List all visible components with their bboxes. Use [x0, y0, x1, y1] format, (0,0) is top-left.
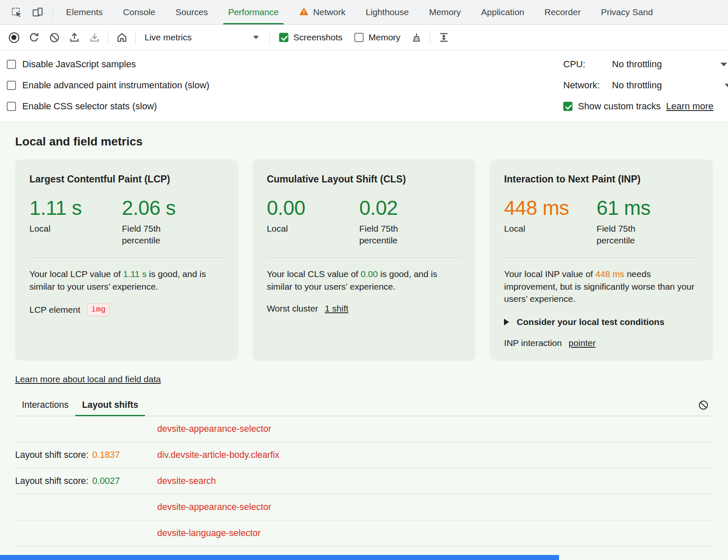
download-profile-icon[interactable]	[85, 28, 104, 47]
field-value-block: 0.02 Field 75th percentile	[359, 198, 422, 246]
css-selector-stats-checkbox[interactable]: Enable CSS selector stats (slow)	[7, 96, 209, 117]
local-test-conditions-disclosure[interactable]: Consider your local test conditions	[504, 317, 699, 327]
tab-label: Lighthouse	[366, 7, 409, 17]
throttling-column: CPU: No throttling Network: No throttlin…	[563, 54, 728, 117]
chevron-down-icon	[253, 36, 259, 39]
shifted-element-link[interactable]: div.devsite-article-body.clearfix	[157, 450, 280, 460]
shifted-element-link[interactable]: devsite-language-selector	[157, 528, 261, 539]
tab-lighthouse[interactable]: Lighthouse	[356, 0, 419, 24]
bottom-selection-bar	[0, 555, 559, 560]
tab-label: Elements	[66, 7, 103, 17]
expand-collapse-icon[interactable]	[434, 28, 454, 47]
local-value-block: 448 ms Local	[504, 198, 596, 246]
shifted-element-link[interactable]: devsite-appearance-selector	[157, 424, 271, 434]
inspect-element-icon[interactable]	[7, 3, 26, 22]
chevron-down-icon	[725, 84, 728, 87]
tab-privacy-sandbox[interactable]: Privacy Sand	[591, 0, 663, 24]
tab-console[interactable]: Console	[113, 0, 166, 24]
checkbox-label: Enable advanced paint instrumentation (s…	[22, 80, 209, 91]
inp-interaction-link[interactable]: pointer	[569, 338, 596, 348]
checkbox-unchecked-icon	[7, 60, 16, 69]
tab-network[interactable]: Network	[289, 0, 356, 24]
lcp-values: 1.11 s Local 2.06 s Field 75th percentil…	[29, 198, 224, 246]
warning-icon	[299, 6, 309, 18]
chevron-down-icon	[720, 63, 727, 66]
tab-label: Memory	[429, 7, 461, 17]
inp-card: Interaction to Next Paint (INP) 448 ms L…	[490, 159, 713, 361]
view-mode-select[interactable]: Live metrics	[140, 29, 266, 46]
disable-js-samples-checkbox[interactable]: Disable JavaScript samples	[7, 54, 209, 75]
card-title: Largest Contentful Paint (LCP)	[29, 174, 224, 185]
collect-garbage-icon[interactable]	[407, 28, 426, 47]
custom-tracks-label: Show custom tracks	[578, 101, 661, 112]
tab-label: Layout shifts	[82, 400, 138, 410]
inp-local-value: 448 ms	[504, 198, 596, 219]
divider	[135, 30, 136, 45]
tab-application[interactable]: Application	[471, 0, 535, 24]
home-live-metrics-icon[interactable]	[112, 28, 132, 47]
lcp-local-value: 1.11 s	[29, 198, 122, 219]
cls-local-value: 0.00	[267, 198, 359, 219]
field-value-block: 2.06 s Field 75th percentile	[122, 198, 185, 246]
checkbox-unchecked-icon	[354, 33, 364, 42]
tab-label: Console	[123, 7, 156, 17]
cls-card: Cumulative Layout Shift (CLS) 0.00 Local…	[253, 159, 476, 361]
shifted-element-link[interactable]: devsite-search	[157, 476, 216, 486]
card-title: Cumulative Layout Shift (CLS)	[267, 174, 462, 185]
tab-recorder[interactable]: Recorder	[534, 0, 591, 24]
record-button[interactable]	[4, 28, 24, 47]
metric-cards: Largest Contentful Paint (LCP) 1.11 s Lo…	[15, 159, 713, 361]
tab-interactions[interactable]: Interactions	[15, 394, 75, 416]
tab-sources[interactable]: Sources	[166, 0, 218, 24]
worst-cluster-row: Worst cluster 1 shift	[267, 304, 462, 314]
cpu-label: CPU:	[563, 59, 612, 70]
upload-profile-icon[interactable]	[65, 28, 84, 47]
layout-shift-row: Layout shift score:0.1837 div.devsite-ar…	[15, 442, 713, 468]
memory-checkbox[interactable]: Memory	[349, 32, 406, 42]
shifted-element-link[interactable]: devsite-appearance-selector	[157, 502, 271, 512]
cpu-throttling-row: CPU: No throttling	[563, 54, 727, 75]
lcp-description: Your local LCP value of 1.11 s is good, …	[29, 268, 224, 293]
cls-inline-value: 0.00	[361, 269, 378, 279]
lcp-element-label: LCP element	[29, 305, 80, 315]
field-value-block: 61 ms Field 75th percentile	[596, 198, 659, 246]
inp-description: Your local INP value of 448 ms needs imp…	[504, 268, 699, 305]
lcp-element-node-link[interactable]: img	[87, 304, 110, 316]
cls-description: Your local CLS value of 0.00 is good, an…	[267, 268, 462, 293]
tab-memory[interactable]: Memory	[419, 0, 471, 24]
tab-layout-shifts[interactable]: Layout shifts	[75, 394, 145, 416]
clear-recording-button[interactable]	[45, 28, 64, 47]
checkbox-label: Enable CSS selector stats (slow)	[22, 101, 157, 112]
network-throttling-select[interactable]: No throttling	[612, 80, 727, 91]
tabbar-tools	[4, 0, 50, 24]
panel-heading: Local and field metrics	[15, 135, 713, 148]
reload-and-record-button[interactable]	[24, 28, 44, 47]
inp-interaction-label: INP interaction	[504, 338, 562, 348]
log-tabbar: Interactions Layout shifts	[15, 394, 713, 416]
tab-performance[interactable]: Performance	[218, 0, 289, 24]
worst-cluster-link[interactable]: 1 shift	[325, 304, 348, 314]
tab-elements[interactable]: Elements	[56, 0, 113, 24]
learn-more-link[interactable]: Learn more	[666, 101, 714, 112]
devtools-tabbar: Elements Console Sources Performance Net…	[0, 0, 728, 25]
inp-inline-value: 448 ms	[595, 269, 624, 279]
settings-checkbox-column: Disable JavaScript samples Enable advanc…	[0, 54, 209, 117]
advanced-paint-instrumentation-checkbox[interactable]: Enable advanced paint instrumentation (s…	[7, 75, 209, 96]
checkbox-checked-icon[interactable]	[563, 102, 572, 111]
inp-interaction-row: INP interaction pointer	[504, 338, 699, 348]
tab-label: Privacy Sand	[601, 7, 653, 17]
device-toolbar-icon[interactable]	[28, 3, 47, 22]
field-value-label: Field 75th percentile	[359, 223, 422, 246]
disclosure-label: Consider your local test conditions	[517, 317, 664, 327]
checkbox-unchecked-icon	[7, 102, 16, 111]
learn-more-field-data-link[interactable]: Learn more about local and field data	[15, 374, 161, 384]
cpu-throttling-select[interactable]: No throttling	[612, 59, 727, 70]
layout-shift-row: devsite-appearance-selector	[15, 494, 713, 520]
clear-log-icon[interactable]	[694, 396, 713, 415]
checkbox-checked-icon	[279, 33, 288, 42]
record-icon	[9, 32, 19, 43]
checkbox-label: Memory	[369, 32, 401, 42]
divider	[504, 257, 699, 258]
divider	[53, 5, 53, 19]
screenshots-checkbox[interactable]: Screenshots	[274, 32, 348, 42]
